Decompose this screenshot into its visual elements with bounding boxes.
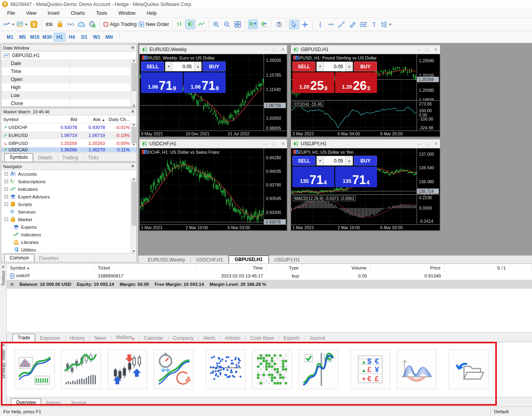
menu-help[interactable]: Help [141, 9, 162, 17]
one-click-trading-icon[interactable] [142, 55, 147, 60]
menu-file[interactable]: File [2, 9, 20, 17]
close-icon[interactable]: ✕ [131, 46, 135, 50]
signals-button[interactable] [66, 20, 76, 29]
bid-price[interactable]: 1.06719 [141, 72, 183, 93]
tf-m5[interactable]: M5 [16, 33, 28, 42]
menu-charts[interactable]: Charts [65, 9, 90, 17]
data-window-symbol-row[interactable]: GBPUSD,H1 [1, 52, 137, 59]
one-click-trading-icon[interactable] [142, 150, 147, 154]
candles-mode-button[interactable] [185, 20, 195, 29]
maximize-icon[interactable]: □ [426, 47, 429, 52]
expand-summary-icon[interactable]: ⊕ [10, 281, 14, 287]
close-icon[interactable]: ✕ [2, 265, 5, 269]
tab-details[interactable]: Details [33, 154, 58, 161]
tf-h1[interactable]: H1 [54, 33, 66, 42]
nav-scripts[interactable]: +Scripts [1, 200, 137, 208]
chart-title-bar[interactable]: USDJPY,H1 –□✕ [291, 139, 440, 148]
nav-market-experts[interactable]: Experts [1, 223, 137, 231]
one-click-trading-button[interactable]: $ [29, 20, 39, 29]
auto-scroll-button[interactable] [259, 20, 269, 29]
minimize-icon[interactable]: – [265, 141, 267, 147]
bid-price[interactable]: 135714 [292, 166, 334, 187]
market-button[interactable] [55, 20, 65, 29]
tab-exposure[interactable]: Exposure [35, 335, 65, 342]
tab-articles[interactable]: Articles [220, 335, 245, 342]
tile-optimization-matrix[interactable] [252, 349, 292, 389]
tab-news[interactable]: News [89, 335, 111, 342]
volume-increase-icon[interactable]: ▲ [194, 62, 201, 71]
tab-code-base[interactable]: Code Base [245, 335, 278, 342]
tile-multi-symbol[interactable]: ▲ $ € ▲ £ ¥ ▼ € £ [350, 349, 390, 389]
tf-m15[interactable]: M15 [29, 33, 41, 42]
one-click-trading-icon[interactable] [293, 55, 298, 60]
expand-icon[interactable]: + [4, 187, 8, 191]
tf-h4[interactable]: H4 [66, 33, 78, 42]
expand-icon[interactable]: + [4, 180, 8, 183]
text-button[interactable]: T [369, 20, 379, 29]
tab-company[interactable]: Company [168, 335, 198, 342]
expand-icon[interactable]: + [4, 172, 8, 176]
channel-button[interactable] [347, 20, 357, 29]
new-order-button[interactable]: New Order [138, 20, 169, 29]
minimize-icon[interactable]: – [265, 47, 267, 52]
chart-window-usdjpy[interactable]: USDJPY,H1 –□✕ USDJPY, H1: US Dollar vs Y… [290, 139, 441, 231]
volume-decrease-icon[interactable]: ▼ [317, 156, 324, 165]
bid-price[interactable]: 1.20259 [292, 72, 334, 93]
close-icon[interactable]: ✕ [434, 47, 438, 52]
market-watch-row[interactable]: ↗USDCHF 0.93078 0.93078 -0.01% [1, 123, 137, 131]
community-button[interactable] [87, 20, 97, 29]
chart-tab-eurusd[interactable]: EURUSD,Weekly [142, 256, 191, 263]
shift-end-button[interactable] [248, 20, 258, 29]
tab-history[interactable]: History [65, 335, 89, 342]
sell-button[interactable]: SELL [292, 61, 316, 71]
volume-increase-icon[interactable]: ▲ [345, 156, 353, 165]
tab-alerts[interactable]: Alerts [198, 335, 220, 342]
nav-services[interactable]: ⚙Services [1, 208, 137, 216]
tf-d1[interactable]: D1 [78, 33, 90, 42]
fibonacci-button[interactable] [358, 20, 368, 29]
hline-button[interactable] [326, 20, 336, 29]
buy-button[interactable]: BUY [354, 61, 377, 71]
collapse-icon[interactable]: − [4, 218, 8, 221]
market-watch-row[interactable]: ↘GBPUSD 1.20259 1.20263 -0.00% [1, 139, 137, 147]
volume-increase-icon[interactable]: ▲ [345, 62, 353, 71]
position-row[interactable]: usdchf 1586890817 2023.02.03 13:45:17 bu… [7, 272, 532, 280]
scrollbar[interactable]: ▲▼ [131, 123, 137, 144]
tile-surface-3d[interactable] [397, 349, 437, 389]
chart-title-bar[interactable]: GBPUSD,H1 –□✕ [291, 45, 440, 54]
tile-performance-report[interactable] [15, 349, 55, 389]
scrollbar[interactable]: ▲▼ [131, 59, 137, 107]
ask-price[interactable]: 135714 [335, 166, 377, 187]
volume-stepper[interactable]: ▼0.05▲ [316, 156, 353, 166]
tab-journal[interactable]: Journal [305, 335, 330, 342]
nav-accounts[interactable]: +Accounts [1, 170, 137, 178]
tab-ticks[interactable]: Ticks [83, 154, 104, 161]
nav-market-utilities[interactable]: Utilities [1, 246, 137, 253]
tab-agents[interactable]: Agents [41, 399, 66, 406]
tile-single-test[interactable] [61, 349, 101, 389]
minimize-icon[interactable]: – [418, 141, 420, 147]
volume-stepper[interactable]: ▼0.05▲ [316, 61, 353, 71]
scrollbar[interactable]: ▲▼ [131, 177, 137, 253]
volume-decrease-icon[interactable]: ▼ [317, 62, 324, 71]
close-icon[interactable]: ✕ [281, 141, 285, 147]
vline-button[interactable] [315, 20, 325, 29]
ide-button[interactable]: IDE [44, 20, 54, 29]
profiles-button[interactable]: ▼ [16, 20, 28, 29]
tab-symbols[interactable]: Symbols [4, 153, 33, 162]
zoom-in-button[interactable] [211, 20, 221, 29]
nav-market-indicators[interactable]: Indicators [1, 231, 137, 238]
tab-experts[interactable]: Experts [279, 335, 305, 342]
nav-subscriptions[interactable]: +↻Subscriptions [1, 178, 137, 185]
menu-tools[interactable]: Tools [91, 9, 113, 17]
tf-m1[interactable]: M1 [4, 33, 16, 42]
volume-stepper[interactable]: ▼0.05▲ [165, 61, 202, 71]
tile-scatter-analysis[interactable] [206, 349, 246, 389]
tile-trading-signals[interactable] [107, 349, 147, 389]
chart-tab-usdjpy[interactable]: USDJPY,H1 [269, 256, 306, 263]
menu-insert[interactable]: Insert [42, 9, 65, 17]
close-icon[interactable]: ✕ [131, 164, 135, 168]
expand-icon[interactable]: + [4, 195, 8, 198]
nav-market[interactable]: −Market [1, 216, 137, 223]
zoom-out-button[interactable] [222, 20, 232, 29]
